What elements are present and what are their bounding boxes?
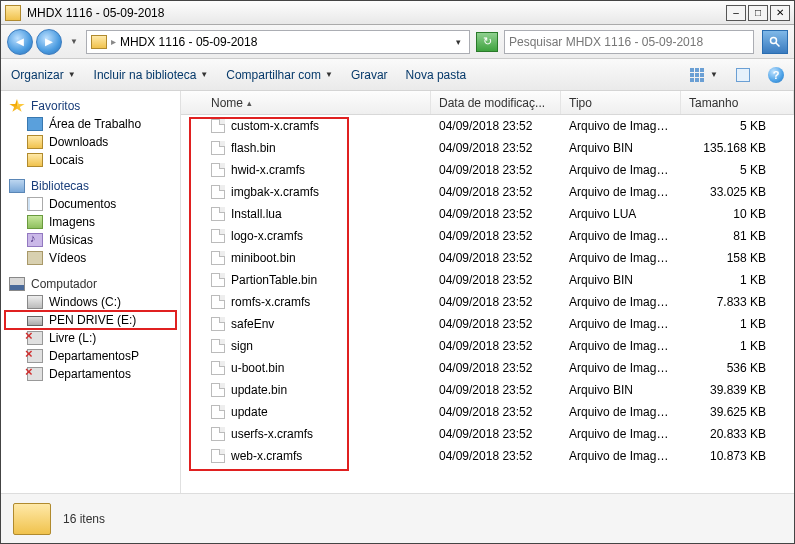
file-row[interactable]: sign04/09/2018 23:52Arquivo de Image...1… — [181, 335, 794, 357]
file-icon — [211, 405, 225, 419]
file-icon — [211, 361, 225, 375]
path-separator-icon[interactable]: ▸ — [111, 36, 116, 47]
back-button[interactable]: ◄ — [7, 29, 33, 55]
file-type: Arquivo de Image... — [561, 317, 681, 331]
sidebar-item-label: Downloads — [49, 135, 108, 149]
search-input[interactable]: Pesquisar MHDX 1116 - 05-09-2018 — [504, 30, 754, 54]
drive-icon — [27, 367, 43, 381]
share-menu[interactable]: Compartilhar com▼ — [226, 68, 333, 82]
file-type: Arquivo de Image... — [561, 119, 681, 133]
drive-icon — [27, 316, 43, 326]
file-type: Arquivo BIN — [561, 383, 681, 397]
file-row[interactable]: Install.lua04/09/2018 23:52Arquivo LUA10… — [181, 203, 794, 225]
file-row[interactable]: safeEnv04/09/2018 23:52Arquivo de Image.… — [181, 313, 794, 335]
file-row[interactable]: update04/09/2018 23:52Arquivo de Image..… — [181, 401, 794, 423]
file-date: 04/09/2018 23:52 — [431, 119, 561, 133]
sidebar-item[interactable]: PEN DRIVE (E:) — [5, 311, 176, 329]
file-row[interactable]: flash.bin04/09/2018 23:52Arquivo BIN135.… — [181, 137, 794, 159]
file-row[interactable]: logo-x.cramfs04/09/2018 23:52Arquivo de … — [181, 225, 794, 247]
new-folder-button[interactable]: Nova pasta — [406, 68, 467, 82]
sidebar-item[interactable]: DepartamentosP — [5, 347, 176, 365]
file-row[interactable]: web-x.cramfs04/09/2018 23:52Arquivo de I… — [181, 445, 794, 467]
explorer-window: MHDX 1116 - 05-09-2018 – □ ✕ ◄ ► ▼ ▸ MHD… — [0, 0, 795, 544]
sidebar-item-label: Locais — [49, 153, 84, 167]
sidebar-item-label: Windows (C:) — [49, 295, 121, 309]
column-date[interactable]: Data de modificaç... — [431, 91, 561, 114]
sidebar-item[interactable]: Livre (L:) — [5, 329, 176, 347]
file-name: u-boot.bin — [231, 361, 284, 375]
file-size: 10.873 KB — [681, 449, 794, 463]
file-date: 04/09/2018 23:52 — [431, 163, 561, 177]
file-name: PartionTable.bin — [231, 273, 317, 287]
search-button[interactable] — [762, 30, 788, 54]
libraries-header[interactable]: Bibliotecas — [5, 177, 176, 195]
status-bar: 16 itens — [1, 493, 794, 543]
folder-icon — [91, 35, 107, 49]
sidebar-item[interactable]: Documentos — [5, 195, 176, 213]
file-row[interactable]: hwid-x.cramfs04/09/2018 23:52Arquivo de … — [181, 159, 794, 181]
help-button[interactable]: ? — [768, 67, 784, 83]
file-size: 20.833 KB — [681, 427, 794, 441]
burn-button[interactable]: Gravar — [351, 68, 388, 82]
item-icon — [27, 233, 43, 247]
file-row[interactable]: PartionTable.bin04/09/2018 23:52Arquivo … — [181, 269, 794, 291]
favorites-header[interactable]: Favoritos — [5, 97, 176, 115]
include-library-menu[interactable]: Incluir na biblioteca▼ — [94, 68, 209, 82]
nav-bar: ◄ ► ▼ ▸ MHDX 1116 - 05-09-2018 ▾ ↻ Pesqu… — [1, 25, 794, 59]
file-row[interactable]: userfs-x.cramfs04/09/2018 23:52Arquivo d… — [181, 423, 794, 445]
view-menu[interactable]: ▼ — [688, 68, 718, 82]
file-row[interactable]: update.bin04/09/2018 23:52Arquivo BIN39.… — [181, 379, 794, 401]
column-size[interactable]: Tamanho — [681, 91, 794, 114]
item-icon — [27, 117, 43, 131]
maximize-button[interactable]: □ — [748, 5, 768, 21]
refresh-button[interactable]: ↻ — [476, 32, 498, 52]
file-date: 04/09/2018 23:52 — [431, 229, 561, 243]
sidebar-item[interactable]: Imagens — [5, 213, 176, 231]
file-rows[interactable]: custom-x.cramfs04/09/2018 23:52Arquivo d… — [181, 115, 794, 493]
address-bar[interactable]: ▸ MHDX 1116 - 05-09-2018 ▾ — [86, 30, 470, 54]
file-size: 39.839 KB — [681, 383, 794, 397]
column-name[interactable]: Nome▴ — [181, 91, 431, 114]
address-dropdown-icon[interactable]: ▾ — [452, 37, 465, 47]
file-name: flash.bin — [231, 141, 276, 155]
path-segment[interactable]: MHDX 1116 - 05-09-2018 — [120, 35, 448, 49]
file-name: hwid-x.cramfs — [231, 163, 305, 177]
file-type: Arquivo de Image... — [561, 229, 681, 243]
file-date: 04/09/2018 23:52 — [431, 383, 561, 397]
preview-pane-button[interactable] — [736, 68, 750, 82]
file-type: Arquivo de Image... — [561, 185, 681, 199]
file-row[interactable]: miniboot.bin04/09/2018 23:52Arquivo de I… — [181, 247, 794, 269]
sidebar-item[interactable]: Músicas — [5, 231, 176, 249]
file-icon — [211, 449, 225, 463]
drive-icon — [27, 331, 43, 345]
file-type: Arquivo LUA — [561, 207, 681, 221]
file-size: 7.833 KB — [681, 295, 794, 309]
sidebar-item[interactable]: Windows (C:) — [5, 293, 176, 311]
file-row[interactable]: u-boot.bin04/09/2018 23:52Arquivo de Ima… — [181, 357, 794, 379]
file-row[interactable]: romfs-x.cramfs04/09/2018 23:52Arquivo de… — [181, 291, 794, 313]
file-size: 158 KB — [681, 251, 794, 265]
file-row[interactable]: custom-x.cramfs04/09/2018 23:52Arquivo d… — [181, 115, 794, 137]
close-button[interactable]: ✕ — [770, 5, 790, 21]
minimize-button[interactable]: – — [726, 5, 746, 21]
organize-menu[interactable]: Organizar▼ — [11, 68, 76, 82]
file-date: 04/09/2018 23:52 — [431, 427, 561, 441]
column-type[interactable]: Tipo — [561, 91, 681, 114]
file-row[interactable]: imgbak-x.cramfs04/09/2018 23:52Arquivo d… — [181, 181, 794, 203]
file-name: logo-x.cramfs — [231, 229, 303, 243]
sidebar-item[interactable]: Downloads — [5, 133, 176, 151]
file-size: 536 KB — [681, 361, 794, 375]
sidebar-item[interactable]: Vídeos — [5, 249, 176, 267]
file-type: Arquivo de Image... — [561, 251, 681, 265]
file-name: custom-x.cramfs — [231, 119, 319, 133]
sidebar-item[interactable]: Departamentos — [5, 365, 176, 383]
sidebar-item[interactable]: Área de Trabalho — [5, 115, 176, 133]
file-size: 1 KB — [681, 273, 794, 287]
history-dropdown[interactable]: ▼ — [68, 37, 80, 46]
file-type: Arquivo de Image... — [561, 295, 681, 309]
forward-button[interactable]: ► — [36, 29, 62, 55]
title-bar[interactable]: MHDX 1116 - 05-09-2018 – □ ✕ — [1, 1, 794, 25]
sidebar-item-label: PEN DRIVE (E:) — [49, 313, 136, 327]
sidebar-item[interactable]: Locais — [5, 151, 176, 169]
computer-header[interactable]: Computador — [5, 275, 176, 293]
